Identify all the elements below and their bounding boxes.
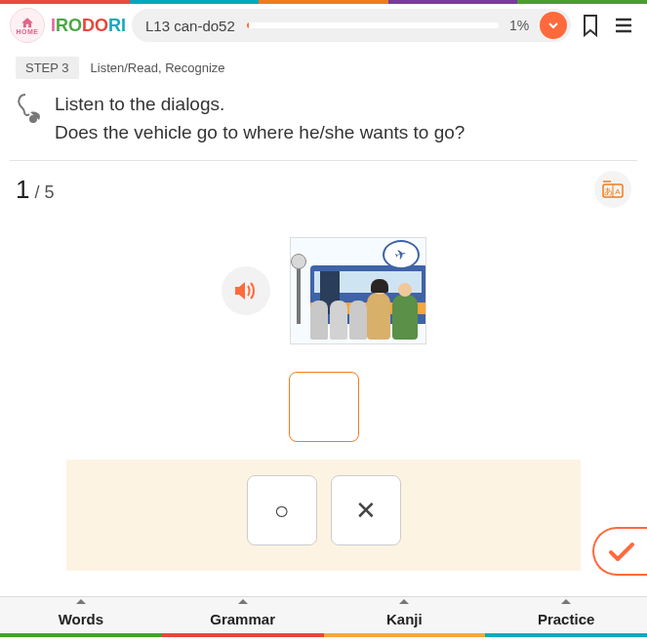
home-label: HOME (17, 28, 39, 35)
step-bar: STEP 3 Listen/Read, Recognize (0, 47, 647, 83)
step-description: Listen/Read, Recognize (91, 60, 225, 75)
confirm-button[interactable] (592, 527, 647, 576)
menu-button[interactable] (610, 17, 637, 34)
progress-bar[interactable]: L13 can-do52 1% (132, 9, 571, 42)
answer-choices: ○ ✕ (66, 460, 581, 571)
step-chip: STEP 3 (16, 57, 79, 79)
nav-kanji[interactable]: Kanji (324, 597, 486, 637)
progress-track (247, 22, 499, 28)
nav-words[interactable]: Words (0, 597, 162, 637)
answer-drop-slot[interactable] (289, 372, 359, 442)
progress-dropdown[interactable] (540, 12, 567, 39)
home-icon (20, 17, 34, 28)
nav-practice[interactable]: Practice (485, 597, 647, 637)
instruction: Listen to the dialogs. Does the vehicle … (0, 83, 647, 160)
airplane-icon: ✈ (393, 246, 409, 264)
instruction-line2: Does the vehicle go to where he/she want… (55, 119, 465, 147)
bottom-nav: Words Grammar Kanji Practice (0, 596, 647, 637)
question-counter: 1 / 5 (16, 175, 55, 205)
furigana-toggle[interactable]: あ A (594, 171, 631, 208)
speaker-icon (233, 279, 259, 302)
progress-percent: 1% (505, 18, 534, 33)
listen-icon (16, 91, 45, 128)
svg-text:あ: あ (604, 186, 613, 196)
lesson-title: L13 can-do52 (145, 18, 235, 34)
counter-current: 1 (16, 175, 29, 204)
nav-grammar[interactable]: Grammar (162, 597, 324, 637)
furigana-icon: あ A (602, 181, 624, 198)
bookmark-icon (581, 14, 600, 37)
scene-illustration: ✈ (290, 237, 426, 344)
answer-no-button[interactable]: ✕ (331, 475, 401, 545)
play-audio-button[interactable] (222, 266, 270, 315)
instruction-line1: Listen to the dialogs. (55, 91, 465, 119)
logo: IRODORI (51, 16, 126, 36)
svg-point-0 (29, 115, 37, 123)
chevron-down-icon (547, 20, 559, 31)
brand-stripe (0, 0, 647, 4)
svg-text:A: A (615, 187, 621, 196)
home-button[interactable]: HOME (10, 8, 45, 43)
hamburger-icon (614, 17, 633, 34)
bookmark-button[interactable] (577, 14, 604, 37)
check-icon (608, 541, 635, 562)
counter-total: 5 (44, 182, 54, 202)
header: HOME IRODORI L13 can-do52 1% (0, 4, 647, 47)
answer-yes-button[interactable]: ○ (247, 475, 317, 545)
